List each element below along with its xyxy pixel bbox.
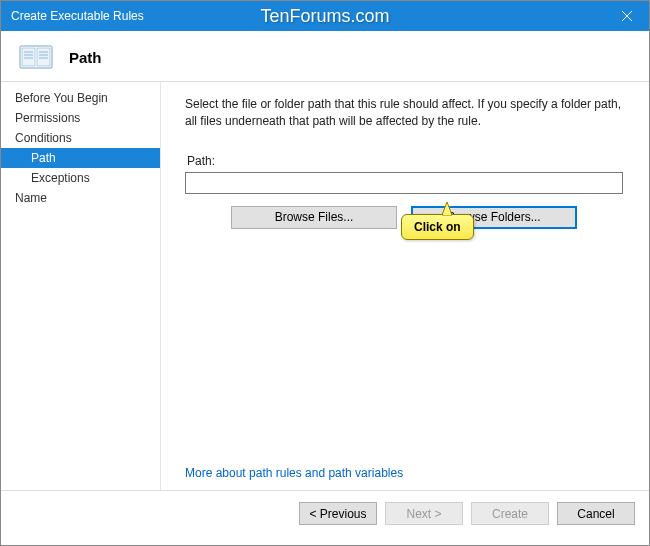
- wizard-header: Path: [1, 31, 649, 82]
- path-input[interactable]: [185, 172, 623, 194]
- sidebar-item-permissions[interactable]: Permissions: [1, 108, 160, 128]
- page-title: Path: [69, 49, 102, 66]
- sidebar-item-path[interactable]: Path: [1, 148, 160, 168]
- callout-text: Click on: [414, 220, 461, 234]
- more-about-link[interactable]: More about path rules and path variables: [185, 466, 623, 480]
- wizard-main: Select the file or folder path that this…: [161, 82, 649, 490]
- window-title: Create Executable Rules: [11, 9, 144, 23]
- close-icon: [622, 11, 632, 21]
- cancel-button[interactable]: Cancel: [557, 502, 635, 525]
- sidebar-item-name[interactable]: Name: [1, 188, 160, 208]
- svg-rect-3: [22, 48, 35, 66]
- wizard-sidebar: Before You BeginPermissionsConditionsPat…: [1, 82, 161, 490]
- callout-annotation: Click on: [401, 214, 474, 240]
- book-icon: [19, 43, 53, 71]
- path-label: Path:: [187, 154, 623, 168]
- sidebar-item-before-you-begin[interactable]: Before You Begin: [1, 88, 160, 108]
- sidebar-item-conditions[interactable]: Conditions: [1, 128, 160, 148]
- next-button[interactable]: Next >: [385, 502, 463, 525]
- watermark: TenForums.com: [260, 6, 389, 27]
- instructions-text: Select the file or folder path that this…: [185, 96, 623, 130]
- titlebar: Create Executable Rules TenForums.com: [1, 1, 649, 31]
- sidebar-item-exceptions[interactable]: Exceptions: [1, 168, 160, 188]
- previous-button[interactable]: < Previous: [299, 502, 377, 525]
- svg-rect-4: [37, 48, 50, 66]
- wizard-body: Before You BeginPermissionsConditionsPat…: [1, 82, 649, 490]
- create-button[interactable]: Create: [471, 502, 549, 525]
- wizard-footer: < Previous Next > Create Cancel: [1, 490, 649, 536]
- callout-tail-icon: [438, 202, 456, 216]
- browse-files-button[interactable]: Browse Files...: [231, 206, 397, 229]
- close-button[interactable]: [604, 1, 649, 31]
